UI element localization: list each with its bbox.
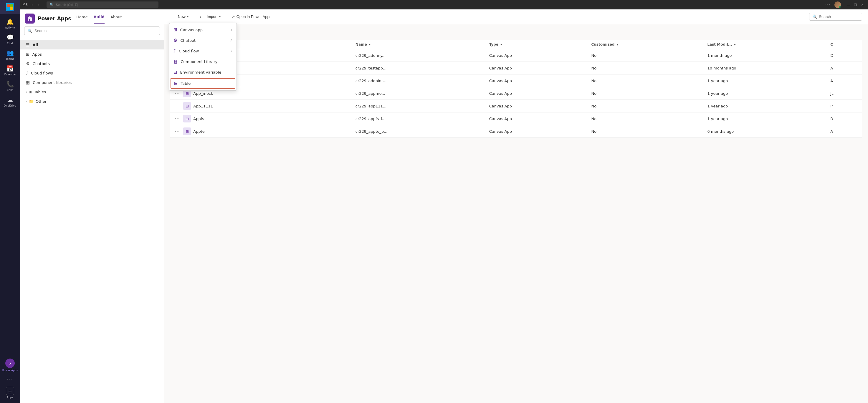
pa-nav-build[interactable]: Build bbox=[94, 13, 104, 24]
pa-header: Power Apps Home Build About bbox=[20, 9, 164, 24]
row-more-button[interactable]: ··· bbox=[174, 128, 181, 135]
open-power-apps-label: Open in Power Apps bbox=[237, 14, 272, 19]
ms-logo bbox=[0, 0, 20, 14]
table-title: All bbox=[170, 29, 862, 36]
cloud-flows-icon: ⤴ bbox=[26, 71, 28, 75]
table-row: ··· ⊞ Test cr229_adobint...Canvas AppNo1… bbox=[170, 74, 862, 87]
dropdown-item-environment-variable[interactable]: ⊟ Environment variable bbox=[169, 67, 237, 77]
sidebar-nav-component-libraries[interactable]: ▦ Component libraries bbox=[20, 78, 164, 87]
table-dd-label: Table bbox=[181, 81, 191, 86]
dropdown-item-chatbot[interactable]: ⚙ Chatbot ↗ bbox=[169, 35, 237, 46]
col6-cell: A bbox=[827, 62, 862, 74]
type-cell: Canvas App bbox=[486, 87, 588, 100]
data-table: Display name ↑ ▾ Name ▾ Type bbox=[170, 40, 862, 138]
cloud-flows-label: Cloud flows bbox=[31, 71, 53, 75]
close-button[interactable]: ✕ bbox=[859, 2, 866, 7]
display-name-text: Appfs bbox=[193, 116, 204, 121]
import-button[interactable]: ⟵ Import ▾ bbox=[196, 13, 224, 21]
sidebar-item-chat[interactable]: 💬 Chat bbox=[0, 31, 20, 46]
chat-icon: 💬 bbox=[6, 34, 14, 41]
apps-label: Apps bbox=[32, 52, 42, 57]
component-library-dd-label: Component Library bbox=[181, 60, 217, 64]
title-search-bar[interactable]: 🔍 bbox=[46, 1, 158, 8]
import-icon: ⟵ bbox=[199, 14, 205, 19]
sidebar-nav: ☰ All ⊞ Apps ⚙ Chatbots ⤴ Cloud flows bbox=[20, 38, 164, 403]
left-search-box[interactable]: 🔍 bbox=[24, 27, 160, 35]
left-search-icon: 🔍 bbox=[27, 29, 32, 33]
sidebar-nav-cloud-flows[interactable]: ⤴ Cloud flows bbox=[20, 68, 164, 78]
component-library-dd-icon: ▦ bbox=[174, 59, 178, 64]
name-cell: cr229_app111... bbox=[352, 100, 486, 112]
name-sort-icon[interactable]: ▾ bbox=[369, 43, 371, 46]
dropdown-item-cloud-flow[interactable]: ⤴ Cloud flow › bbox=[169, 46, 237, 56]
sidebar-item-power-apps[interactable]: ⚡ Power Apps bbox=[0, 356, 20, 374]
dropdown-item-table[interactable]: ⊞ Table bbox=[170, 78, 235, 89]
row-more-button[interactable]: ··· bbox=[174, 115, 181, 122]
more-options-icon: ··· bbox=[7, 376, 13, 382]
sidebar-nav-chatbots[interactable]: ⚙ Chatbots bbox=[20, 59, 164, 68]
sidebar-item-teams[interactable]: 👥 Teams bbox=[0, 46, 20, 62]
type-cell: Canvas App bbox=[486, 49, 588, 62]
pa-nav-about[interactable]: About bbox=[111, 13, 122, 24]
row-more-button[interactable]: ··· bbox=[174, 103, 181, 109]
sidebar-nav-other[interactable]: › 📁 Other bbox=[20, 97, 164, 106]
sidebar-item-add-apps[interactable]: + Apps bbox=[0, 385, 20, 401]
sidebar-nav-tables[interactable]: › ⊞ Tables bbox=[20, 87, 164, 97]
app-icon-cell: ⊞ bbox=[183, 115, 191, 123]
table-row: ··· ⊞ App11111 cr229_app111...Canvas App… bbox=[170, 100, 862, 112]
new-plus-icon: + bbox=[174, 14, 177, 19]
other-label: Other bbox=[36, 99, 46, 104]
col-name-header: Name ▾ bbox=[352, 40, 486, 49]
type-cell: Canvas App bbox=[486, 74, 588, 87]
power-apps-icon: ⚡ bbox=[5, 359, 15, 368]
pa-nav-home[interactable]: Home bbox=[76, 13, 88, 24]
nav-forward-button[interactable]: › bbox=[36, 2, 41, 8]
dropdown-item-canvas-app[interactable]: ⊞ Canvas app › bbox=[169, 25, 237, 35]
canvas-app-chevron-icon: › bbox=[231, 28, 232, 32]
type-sort-icon[interactable]: ▾ bbox=[500, 43, 502, 46]
cloud-flow-chevron-icon: › bbox=[231, 49, 232, 53]
sidebar-item-more-options[interactable]: ··· bbox=[0, 375, 20, 384]
left-search-input[interactable] bbox=[34, 29, 157, 33]
user-avatar[interactable] bbox=[834, 1, 841, 8]
row-more-button[interactable]: ··· bbox=[174, 90, 181, 97]
new-button[interactable]: + New ▾ bbox=[170, 12, 192, 21]
sidebar-item-calendar[interactable]: 📅 Calendar bbox=[0, 62, 20, 78]
calls-icon: 📞 bbox=[6, 81, 14, 88]
col-type-header: Type ▾ bbox=[486, 40, 588, 49]
sidebar-item-activity[interactable]: 🔔 Activity bbox=[0, 15, 20, 31]
canvas-app-label: Canvas app bbox=[180, 28, 203, 32]
teams-icon: 👥 bbox=[6, 49, 14, 57]
activity-label: Activity bbox=[5, 26, 15, 29]
apps-icon: ⊞ bbox=[26, 52, 29, 57]
open-power-apps-button[interactable]: ↗ Open in Power Apps bbox=[228, 13, 275, 21]
customized-sort-icon[interactable]: ▾ bbox=[617, 43, 618, 46]
customized-cell: No bbox=[588, 112, 704, 125]
onedrive-label: OneDrive bbox=[4, 104, 16, 107]
icon-bar-bottom: ⚡ Power Apps ··· + Apps bbox=[0, 356, 20, 403]
maximize-button[interactable]: ❐ bbox=[852, 2, 859, 7]
content-area: Power Apps Home Build About 🔍 bbox=[20, 9, 868, 403]
minimize-button[interactable]: — bbox=[845, 2, 851, 7]
left-search-container: 🔍 bbox=[20, 24, 164, 38]
nav-back-button[interactable]: ‹ bbox=[29, 2, 34, 8]
dropdown-item-component-library[interactable]: ▦ Component Library bbox=[169, 56, 237, 67]
col6-cell: R bbox=[827, 112, 862, 125]
sidebar-nav-apps[interactable]: ⊞ Apps bbox=[20, 49, 164, 59]
import-chevron-icon: ▾ bbox=[219, 15, 221, 18]
app-icon-cell: ⊞ bbox=[183, 102, 191, 110]
environment-variable-label: Environment variable bbox=[180, 70, 221, 74]
more-options-btn[interactable]: ··· bbox=[824, 2, 833, 8]
left-panel: Power Apps Home Build About 🔍 bbox=[20, 9, 164, 403]
last-mod-sort-icon[interactable]: ▾ bbox=[734, 43, 736, 46]
sidebar-nav-all[interactable]: ☰ All bbox=[20, 40, 164, 49]
customized-cell: No bbox=[588, 100, 704, 112]
name-cell: cr229_adobint... bbox=[352, 74, 486, 87]
toolbar-search[interactable]: 🔍 bbox=[809, 13, 862, 21]
sidebar-item-onedrive[interactable]: ☁ OneDrive bbox=[0, 93, 20, 109]
toolbar-search-input[interactable] bbox=[819, 14, 859, 19]
col6-cell: A bbox=[827, 125, 862, 138]
sidebar-item-calls[interactable]: 📞 Calls bbox=[0, 78, 20, 93]
customized-cell: No bbox=[588, 62, 704, 74]
title-search-input[interactable] bbox=[56, 3, 156, 6]
